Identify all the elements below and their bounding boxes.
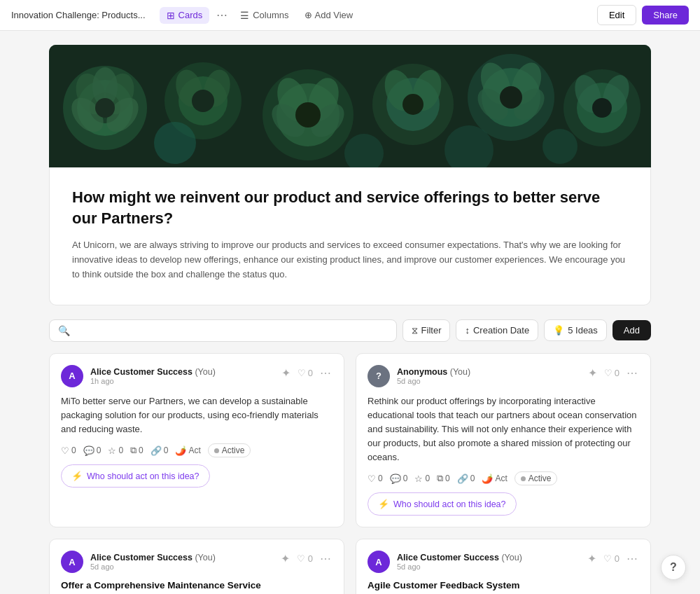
search-box[interactable]: 🔍 [49, 319, 397, 342]
status-badge-1: Active [208, 443, 251, 457]
challenge-card: How might we reinvent our product and se… [49, 167, 651, 305]
link-icon-2: 🔗 [457, 474, 468, 484]
status-badge-2: Active [514, 471, 558, 485]
ideas-icon: 💡 [553, 325, 564, 336]
hero-succulent-svg [49, 45, 651, 167]
stat-likes-1: ♡ 0 [61, 446, 76, 456]
avatar-4: A [368, 551, 390, 573]
card-actions-3: ✦ ♡ 0 ⋯ [279, 551, 332, 567]
challenge-description: At Unicorn, we are always striving to im… [72, 238, 628, 282]
nav-right: Edit Share [597, 5, 689, 25]
star-icon-1: ☆ [108, 446, 116, 456]
like-button-3[interactable]: ♡ 0 [297, 553, 313, 564]
avatar-letter-4: A [375, 557, 382, 567]
user-name-1: Alice Customer Success (You) [90, 367, 216, 377]
plus-circle-icon: ⊕ [304, 10, 312, 20]
more-button-2[interactable]: ⋯ [625, 365, 639, 381]
svg-point-42 [542, 129, 578, 164]
user-info-3: Alice Customer Success (You) 5d ago [90, 553, 216, 571]
add-view-button[interactable]: ⊕ Add View [299, 7, 359, 23]
card-actions-2: ✦ ♡ 0 ⋯ [587, 365, 639, 381]
ideas-count-button[interactable]: 💡 5 Ideas [544, 319, 607, 341]
like-button-4[interactable]: ♡ 0 [603, 553, 620, 564]
user-time-2: 5d ago [397, 377, 470, 385]
card-title-3: Offer a Comprehensive Maintenance Servic… [61, 580, 332, 590]
avatar-letter-2: ? [376, 371, 382, 381]
stat-comments-2: 💬 0 [390, 474, 408, 484]
svg-point-21 [295, 102, 321, 127]
stat-act-2: 🌶️ Act [482, 474, 507, 484]
who-act-button-2[interactable]: ⚡ Who should act on this idea? [368, 492, 517, 516]
who-act-button-1[interactable]: ⚡ Who should act on this idea? [61, 464, 210, 488]
svg-point-26 [402, 94, 424, 115]
add-button[interactable]: Add [612, 320, 651, 340]
like-button-2[interactable]: ♡ 0 [604, 368, 620, 378]
stat-copy-2: ⧉ 0 [437, 473, 450, 484]
user-name-4: Alice Customer Success (You) [397, 553, 522, 562]
user-time-4: 5d ago [397, 562, 522, 571]
columns-icon: ☰ [240, 10, 249, 21]
avatar-2: ? [368, 365, 390, 387]
cards-icon: ⊞ [167, 10, 175, 21]
nav-views: ⊞ Cards ⋯ ☰ Columns ⊕ Add View [160, 7, 597, 24]
bolt-icon-2: ⚡ [378, 499, 389, 509]
comment-icon-1: 💬 [83, 446, 94, 456]
user-name-2: Anonymous (You) [397, 367, 470, 377]
main-content: How might we reinvent our product and se… [35, 31, 665, 594]
user-info-4: Alice Customer Success (You) 5d ago [397, 553, 522, 571]
stat-comments-1: 💬 0 [83, 446, 102, 456]
avatar-1: A [61, 365, 83, 387]
link-icon-1: 🔗 [150, 446, 162, 456]
like-button-1[interactable]: ♡ 0 [298, 368, 313, 378]
more-button-4[interactable]: ⋯ [625, 551, 639, 567]
filter-icon: ⧖ [412, 325, 418, 336]
edit-button[interactable]: Edit [597, 5, 636, 25]
avatar-letter-3: A [69, 557, 75, 567]
card-header-1: A Alice Customer Success (You) 1h ago ✦ … [61, 365, 332, 387]
svg-point-33 [500, 86, 522, 109]
toolbar: 🔍 ⧖ Filter ↕ Creation Date 💡 5 Ideas Add [49, 319, 651, 342]
stat-likes-2: ♡ 0 [368, 474, 383, 484]
idea-card-3: A Alice Customer Success (You) 5d ago ✦ … [49, 539, 344, 594]
filter-button[interactable]: ⧖ Filter [402, 319, 451, 342]
assign-button-4[interactable]: ✦ [586, 551, 598, 567]
idea-card-1: A Alice Customer Success (You) 1h ago ✦ … [49, 353, 344, 528]
assign-button-1[interactable]: ✦ [280, 365, 292, 381]
user-info-2: Anonymous (You) 5d ago [397, 367, 470, 385]
card-body-2: Rethink our product offerings by incorpo… [368, 394, 639, 465]
user-info-1: Alice Customer Success (You) 1h ago [90, 367, 216, 385]
help-button[interactable]: ? [661, 555, 686, 580]
card-stats-2: ♡ 0 💬 0 ☆ 0 ⧉ 0 🔗 0 🌶️ Act Active [368, 471, 639, 485]
card-header-2: ? Anonymous (You) 5d ago ✦ ♡ 0 ⋯ [368, 365, 639, 387]
heart-icon-2: ♡ [368, 474, 376, 484]
stat-stars-1: ☆ 0 [108, 446, 123, 456]
card-user-1: A Alice Customer Success (You) 1h ago [61, 365, 216, 387]
svg-point-39 [154, 122, 196, 164]
card-stats-1: ♡ 0 💬 0 ☆ 0 ⧉ 0 🔗 0 🌶️ Act Active [61, 443, 332, 457]
copy-icon-2: ⧉ [437, 473, 443, 484]
user-time-3: 5d ago [90, 562, 216, 571]
assign-button-2[interactable]: ✦ [587, 365, 598, 381]
hero-image-inner [49, 45, 651, 167]
hero-image [49, 45, 651, 167]
user-time-1: 1h ago [90, 377, 216, 385]
card-user-3: A Alice Customer Success (You) 5d ago [61, 551, 216, 573]
top-nav: Innovation Challenge: Products... ⊞ Card… [0, 0, 700, 31]
assign-button-3[interactable]: ✦ [279, 551, 291, 567]
user-name-3: Alice Customer Success (You) [90, 553, 216, 562]
more-button-1[interactable]: ⋯ [318, 365, 332, 381]
share-button[interactable]: Share [642, 6, 689, 25]
search-input[interactable] [76, 325, 388, 336]
sort-icon: ↕ [465, 325, 470, 336]
sort-button[interactable]: ↕ Creation Date [456, 319, 538, 341]
card-body-1: MiTo better serve our Partners, we can d… [61, 394, 332, 436]
view-columns-button[interactable]: ☰ Columns [233, 7, 295, 24]
svg-point-9 [95, 98, 115, 118]
view-cards-button[interactable]: ⊞ Cards [160, 7, 210, 24]
star-icon-2: ☆ [414, 474, 423, 484]
more-button-3[interactable]: ⋯ [318, 551, 332, 567]
stat-link-2: 🔗 0 [457, 474, 475, 484]
svg-point-38 [592, 98, 612, 118]
cards-kebab-button[interactable]: ⋯ [214, 7, 230, 23]
idea-card-4: A Alice Customer Success (You) 5d ago ✦ … [356, 539, 651, 594]
